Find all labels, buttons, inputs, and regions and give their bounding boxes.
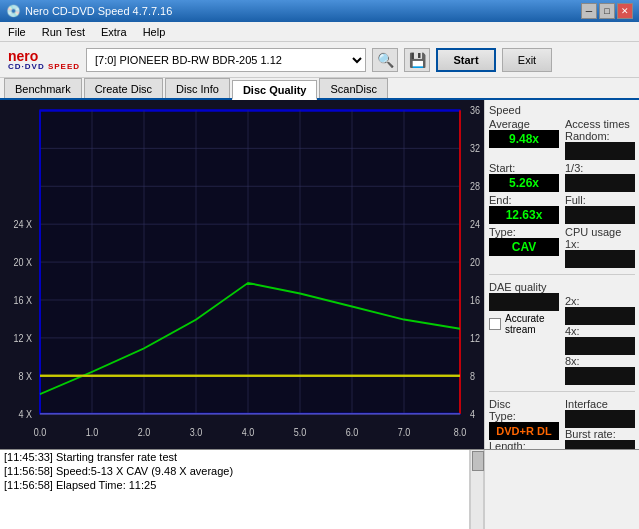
- svg-text:20 X: 20 X: [13, 256, 32, 268]
- nero-brand-text: nero: [8, 49, 80, 63]
- dae-value: [489, 293, 559, 311]
- svg-text:12 X: 12 X: [13, 332, 32, 344]
- tab-scan-disc[interactable]: ScanDisc: [319, 78, 387, 98]
- start-col: Start: 5.26x: [489, 162, 559, 192]
- title-bar: 💿 Nero CD-DVD Speed 4.7.7.16 ─ □ ✕: [0, 0, 639, 22]
- cpu-right-col: 2x: 4x: 8x:: [565, 281, 635, 385]
- minimize-button[interactable]: ─: [581, 3, 597, 19]
- speed-label: Speed: [489, 104, 635, 116]
- start-label: Start:: [489, 162, 559, 174]
- svg-text:8.0: 8.0: [454, 426, 467, 438]
- svg-text:8 X: 8 X: [18, 370, 32, 382]
- interface-col: Interface Burst rate:: [565, 398, 635, 449]
- end-value: 12.63x: [489, 206, 559, 224]
- full-value: [565, 206, 635, 224]
- start-value: 5.26x: [489, 174, 559, 192]
- menu-bar: File Run Test Extra Help: [0, 22, 639, 42]
- type-value: CAV: [489, 238, 559, 256]
- svg-text:1.0: 1.0: [86, 426, 99, 438]
- full-col: Full:: [565, 194, 635, 224]
- burst-rate-value: [565, 440, 635, 449]
- bottom-right-panel: [484, 450, 639, 529]
- start-end-row: Start: 5.26x 1/3:: [489, 162, 635, 192]
- info-icon-button[interactable]: 🔍: [372, 48, 398, 72]
- start-button[interactable]: Start: [436, 48, 496, 72]
- svg-text:24: 24: [470, 218, 480, 230]
- divider-1: [489, 274, 635, 275]
- speed-row: Average 9.48x Access times Random:: [489, 118, 635, 160]
- dae-col: DAE quality Accurate stream: [489, 281, 559, 385]
- log-entry-2: [11:56:58] Elapsed Time: 11:25: [0, 478, 469, 492]
- cpu-1x-label: 1x:: [565, 238, 635, 250]
- svg-text:6.0: 6.0: [346, 426, 359, 438]
- svg-text:2.0: 2.0: [138, 426, 151, 438]
- end-row: End: 12.63x Full:: [489, 194, 635, 224]
- cpu-2x-value: [565, 307, 635, 325]
- accurate-stream-row: Accurate stream: [489, 313, 559, 335]
- svg-text:4: 4: [470, 408, 475, 420]
- menu-help[interactable]: Help: [139, 24, 170, 40]
- svg-text:8: 8: [470, 370, 475, 382]
- tab-disc-quality[interactable]: Disc Quality: [232, 80, 318, 100]
- svg-text:12: 12: [470, 332, 480, 344]
- svg-text:16: 16: [470, 294, 480, 306]
- drive-select[interactable]: [7:0] PIONEER BD-RW BDR-205 1.12: [86, 48, 366, 72]
- menu-file[interactable]: File: [4, 24, 30, 40]
- log-wrapper: [11:45:33] Starting transfer rate test […: [0, 450, 484, 529]
- maximize-button[interactable]: □: [599, 3, 615, 19]
- log-content: [11:45:33] Starting transfer rate test […: [0, 450, 470, 529]
- menu-run-test[interactable]: Run Test: [38, 24, 89, 40]
- cpu-4x-label: 4x:: [565, 325, 635, 337]
- close-button[interactable]: ✕: [617, 3, 633, 19]
- cpu-8x-value: [565, 367, 635, 385]
- full-label: Full:: [565, 194, 635, 206]
- benchmark-chart: 4 X 8 X 12 X 16 X 20 X 24 X 4 8 12 16 20…: [0, 100, 484, 449]
- log-text-2: Elapsed Time: 11:25: [56, 479, 156, 491]
- svg-text:3.0: 3.0: [190, 426, 203, 438]
- access-times-label: Access times: [565, 118, 635, 130]
- tab-disc-info[interactable]: Disc Info: [165, 78, 230, 98]
- chart-area: 4 X 8 X 12 X 16 X 20 X 24 X 4 8 12 16 20…: [0, 100, 484, 449]
- tab-benchmark[interactable]: Benchmark: [4, 78, 82, 98]
- svg-text:20: 20: [470, 256, 480, 268]
- accurate-stream-checkbox[interactable]: [489, 318, 501, 330]
- app-icon: 💿: [6, 4, 21, 18]
- svg-text:4 X: 4 X: [18, 408, 32, 420]
- type-row: Type: CAV CPU usage 1x:: [489, 226, 635, 268]
- random-value: [565, 142, 635, 160]
- interface-label: Interface: [565, 398, 635, 410]
- svg-text:4.0: 4.0: [242, 426, 255, 438]
- log-text-0: Starting transfer rate test: [56, 451, 177, 463]
- exit-button[interactable]: Exit: [502, 48, 552, 72]
- speed-average-col: Average 9.48x: [489, 118, 559, 160]
- average-label: Average: [489, 118, 559, 130]
- toolbar: nero CD·DVD SPEED [7:0] PIONEER BD-RW BD…: [0, 42, 639, 78]
- disc-type-value: DVD+R DL: [489, 422, 559, 440]
- one-third-value: [565, 174, 635, 192]
- cpu-2x-label: 2x:: [565, 295, 635, 307]
- svg-text:16 X: 16 X: [13, 294, 32, 306]
- log-time-0: [11:45:33]: [4, 451, 53, 463]
- title-bar-controls: ─ □ ✕: [581, 3, 633, 19]
- svg-text:5.0: 5.0: [294, 426, 307, 438]
- tab-create-disc[interactable]: Create Disc: [84, 78, 163, 98]
- type-col: Type: CAV: [489, 226, 559, 268]
- dae-label: DAE quality: [489, 281, 559, 293]
- cpu-1x-value: [565, 250, 635, 268]
- disc-col: Disc Type: DVD+R DL Length: 7.96 GB: [489, 398, 559, 449]
- log-text-1: Speed:5-13 X CAV (9.48 X average): [56, 465, 233, 477]
- disc-interface-row: Disc Type: DVD+R DL Length: 7.96 GB Inte…: [489, 398, 635, 449]
- log-entry-1: [11:56:58] Speed:5-13 X CAV (9.48 X aver…: [0, 464, 469, 478]
- svg-text:7.0: 7.0: [398, 426, 411, 438]
- save-icon-button[interactable]: 💾: [404, 48, 430, 72]
- log-scrollbar[interactable]: [470, 450, 484, 529]
- cd-dvd-speed-text: CD·DVD SPEED: [8, 63, 80, 71]
- right-panel: Speed Average 9.48x Access times Random:…: [484, 100, 639, 449]
- dae-cpu-row: DAE quality Accurate stream 2x: 4x: 8x:: [489, 281, 635, 385]
- svg-text:36: 36: [470, 104, 480, 116]
- log-time-2: [11:56:58]: [4, 479, 53, 491]
- average-value: 9.48x: [489, 130, 559, 148]
- nero-logo: nero CD·DVD SPEED: [8, 49, 80, 71]
- menu-extra[interactable]: Extra: [97, 24, 131, 40]
- log-time-1: [11:56:58]: [4, 465, 53, 477]
